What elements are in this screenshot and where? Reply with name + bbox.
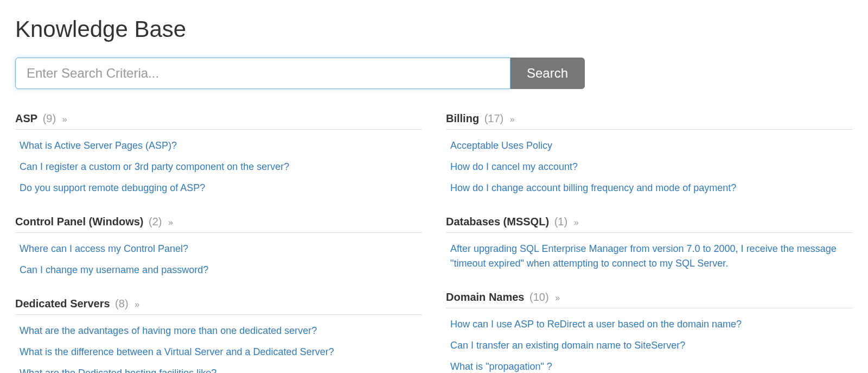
article-link[interactable]: What is the difference between a Virtual…: [20, 346, 334, 357]
article-list: Where can I access my Control Panel?Can …: [15, 238, 422, 281]
list-item: What are the advantages of having more t…: [20, 320, 422, 342]
article-link[interactable]: How can I use ASP to ReDirect a user bas…: [450, 319, 742, 330]
category-count: (9): [43, 112, 56, 124]
article-link[interactable]: Can I transfer an existing domain name t…: [450, 340, 685, 351]
list-item: How can I use ASP to ReDirect a user bas…: [450, 314, 853, 335]
category-dedicated-servers: Dedicated Servers (8) »What are the adva…: [15, 296, 422, 373]
category-name[interactable]: Domain Names: [446, 291, 525, 303]
category-domain-names: Domain Names (10) »How can I use ASP to …: [446, 289, 853, 373]
chevron-double-right-icon[interactable]: »: [510, 115, 515, 124]
category-columns: ASP (9) »What is Active Server Pages (AS…: [15, 111, 853, 373]
search-bar: Search: [15, 58, 585, 89]
list-item: Do you support remote debugging of ASP?: [20, 178, 422, 199]
chevron-double-right-icon[interactable]: »: [135, 300, 139, 309]
list-item: After upgrading SQL Enterprise Manager f…: [450, 238, 853, 274]
left-column: ASP (9) »What is Active Server Pages (AS…: [15, 111, 422, 373]
article-link[interactable]: What are the Dedicated hosting facilitie…: [20, 368, 216, 373]
category-name[interactable]: ASP: [15, 112, 37, 124]
article-link[interactable]: How do I cancel my account?: [450, 161, 578, 172]
search-button[interactable]: Search: [510, 58, 585, 89]
kb-container: Knowledge Base Search ASP (9) »What is A…: [0, 0, 868, 373]
list-item: How do I change account billing frequenc…: [450, 178, 853, 199]
article-link[interactable]: Can I change my username and password?: [20, 264, 208, 275]
category-asp: ASP (9) »What is Active Server Pages (AS…: [15, 111, 422, 199]
right-column: Billing (17) »Acceptable Uses PolicyHow …: [446, 111, 853, 373]
list-item: Can I change my username and password?: [20, 260, 422, 281]
article-link[interactable]: Where can I access my Control Panel?: [20, 243, 188, 254]
category-header[interactable]: Control Panel (Windows) (2) »: [15, 214, 422, 233]
article-link[interactable]: How do I change account billing frequenc…: [450, 182, 736, 193]
chevron-double-right-icon[interactable]: »: [62, 115, 67, 124]
category-header[interactable]: ASP (9) »: [15, 111, 422, 130]
category-name[interactable]: Control Panel (Windows): [15, 216, 143, 227]
list-item: Can I transfer an existing domain name t…: [450, 335, 853, 356]
list-item: Can I register a custom or 3rd party com…: [20, 156, 422, 178]
list-item: How do I cancel my account?: [450, 156, 853, 178]
article-link[interactable]: What are the advantages of having more t…: [20, 325, 317, 336]
category-header[interactable]: Databases (MSSQL) (1) »: [446, 214, 853, 233]
category-name[interactable]: Dedicated Servers: [15, 298, 110, 309]
search-input[interactable]: [15, 58, 510, 89]
article-link[interactable]: Do you support remote debugging of ASP?: [20, 182, 205, 193]
category-databases-mssql: Databases (MSSQL) (1) »After upgrading S…: [446, 214, 853, 274]
category-name[interactable]: Billing: [446, 112, 479, 124]
article-list: What is Active Server Pages (ASP)?Can I …: [15, 135, 422, 199]
chevron-double-right-icon[interactable]: »: [555, 293, 560, 302]
list-item: Where can I access my Control Panel?: [20, 238, 422, 260]
chevron-double-right-icon[interactable]: »: [168, 218, 173, 227]
chevron-double-right-icon[interactable]: »: [574, 218, 579, 227]
article-link[interactable]: Can I register a custom or 3rd party com…: [20, 161, 289, 172]
article-list: Acceptable Uses PolicyHow do I cancel my…: [446, 135, 853, 199]
category-header[interactable]: Dedicated Servers (8) »: [15, 296, 422, 315]
category-count: (1): [554, 216, 567, 227]
article-list: After upgrading SQL Enterprise Manager f…: [446, 238, 853, 274]
article-list: How can I use ASP to ReDirect a user bas…: [446, 314, 853, 373]
article-link[interactable]: What is "propagation" ?: [450, 361, 552, 372]
list-item: What are the Dedicated hosting facilitie…: [20, 363, 422, 373]
category-header[interactable]: Billing (17) »: [446, 111, 853, 130]
page-title: Knowledge Base: [15, 16, 853, 42]
category-count: (8): [115, 298, 128, 309]
article-link[interactable]: What is Active Server Pages (ASP)?: [20, 140, 177, 151]
article-link[interactable]: After upgrading SQL Enterprise Manager f…: [450, 243, 837, 269]
category-count: (10): [529, 291, 549, 303]
list-item: What is "propagation" ?: [450, 356, 853, 373]
category-name[interactable]: Databases (MSSQL): [446, 216, 549, 227]
category-count: (17): [484, 112, 504, 124]
article-list: What are the advantages of having more t…: [15, 320, 422, 373]
category-count: (2): [149, 216, 162, 227]
category-billing: Billing (17) »Acceptable Uses PolicyHow …: [446, 111, 853, 199]
list-item: Acceptable Uses Policy: [450, 135, 853, 156]
list-item: What is Active Server Pages (ASP)?: [20, 135, 422, 156]
list-item: What is the difference between a Virtual…: [20, 342, 422, 363]
article-link[interactable]: Acceptable Uses Policy: [450, 140, 552, 151]
category-header[interactable]: Domain Names (10) »: [446, 289, 853, 308]
category-control-panel-windows: Control Panel (Windows) (2) »Where can I…: [15, 214, 422, 281]
